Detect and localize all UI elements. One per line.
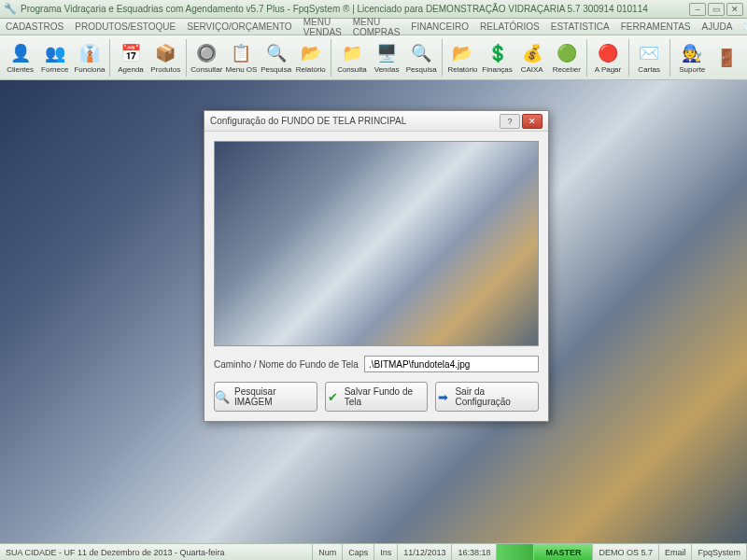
dialog-title-text: Configuração do FUNDO DE TELA PRINCIPAL (210, 116, 406, 126)
produtos-icon: 📦 (153, 41, 177, 65)
toolbar-label: Pesquisa (406, 65, 437, 74)
status-time: 16:38:18 (452, 544, 497, 560)
status-fpq[interactable]: FpqSystem (692, 544, 747, 560)
exit-config-button[interactable]: ➡ Sair da Configuração (435, 382, 539, 412)
pesquisa-icon: 🔍 (409, 41, 433, 65)
menu-produtos[interactable]: PRODUTOS/ESTOQUE (75, 21, 176, 32)
relatório-icon: 📂 (299, 41, 323, 65)
search-image-button[interactable]: 🔍 Pesquisar IMAGEM (214, 382, 317, 412)
arrow-right-icon: ➡ (436, 389, 450, 404)
app-icon: 🔧 (4, 3, 17, 16)
menu-ferramentas[interactable]: FERRAMENTAS (621, 21, 691, 32)
toolbar-label: Funciona (74, 65, 105, 74)
menubar: CADASTROS PRODUTOS/ESTOQUE SERVIÇO/ORÇAM… (0, 19, 747, 35)
menu-compras[interactable]: MENU COMPRAS (353, 17, 401, 37)
toolbar-funciona[interactable]: 👔Funciona (73, 37, 106, 78)
save-wallpaper-button[interactable]: ✔ Salvar Fundo de Tela (325, 382, 429, 412)
a pagar-icon: 🔴 (596, 41, 620, 65)
status-num: Num (313, 544, 343, 560)
toolbar-vendas[interactable]: 🖥️Vendas (371, 37, 403, 78)
menu os-icon: 📋 (229, 41, 253, 65)
toolbar-pesquisa[interactable]: 🔍Pesquisa (260, 37, 292, 78)
toolbar-receber[interactable]: 🟢Receber (550, 37, 583, 78)
pesquisa-icon: 🔍 (264, 41, 289, 65)
status-demo: DEMO OS 5.7 (593, 544, 659, 560)
agenda-icon: 📅 (119, 41, 143, 65)
toolbar-consulta[interactable]: 📁Consulta (335, 37, 368, 78)
receber-icon: 🟢 (555, 41, 579, 65)
maximize-button[interactable]: ▭ (708, 3, 725, 16)
funciona-icon: 👔 (78, 41, 102, 65)
toolbar-pesquisa[interactable]: 🔍Pesquisa (405, 37, 438, 78)
path-row: Caminho / Nome do Fundo de Tela (214, 356, 539, 372)
toolbar-exit[interactable]: 🚪 (711, 37, 743, 78)
consulta-icon: 📁 (340, 41, 364, 65)
wallpaper-preview (214, 141, 539, 346)
toolbar-a pagar[interactable]: 🔴A Pagar (591, 37, 624, 78)
status-email[interactable]: Email (659, 544, 693, 560)
toolbar-caixa[interactable]: 💰CAIXA (515, 37, 548, 78)
toolbar-label: Menu OS (226, 65, 258, 74)
dialog-close-button[interactable]: ✕ (522, 114, 543, 129)
menu-estatistica[interactable]: ESTATISTICA (551, 21, 610, 32)
menu-email[interactable]: ✉️E-MAIL (743, 17, 747, 37)
statusbar: SUA CIDADE - UF 11 de Dezembro de 2013 -… (0, 543, 747, 560)
menu-financeiro[interactable]: FINANCEIRO (411, 21, 469, 32)
toolbar-label: Consultar (190, 65, 222, 74)
toolbar-label: A Pagar (595, 65, 621, 74)
toolbar-label: Finanças (482, 65, 512, 74)
minimize-button[interactable]: – (689, 3, 706, 16)
status-date: 11/12/2013 (398, 544, 452, 560)
toolbar-suporte[interactable]: 🧑‍🔧Suporte (676, 37, 709, 78)
toolbar-label: CAIXA (521, 65, 543, 74)
search-icon: 🔍 (215, 389, 230, 404)
toolbar-produtos[interactable]: 📦Produtos (149, 37, 182, 78)
caixa-icon: 💰 (520, 41, 544, 65)
toolbar-relatório[interactable]: 📂Relatório (446, 37, 479, 78)
toolbar-label: Receber (553, 65, 581, 74)
toolbar-label: Suporte (679, 65, 705, 74)
menu-ajuda[interactable]: AJUDA (702, 21, 733, 32)
toolbar: 👤Clientes👥Fornece👔Funciona📅Agenda📦Produt… (0, 35, 747, 80)
menu-vendas[interactable]: MENU VENDAS (303, 17, 342, 37)
status-master: MASTER (534, 544, 593, 560)
config-dialog: Configuração do FUNDO DE TELA PRINCIPAL … (204, 110, 549, 422)
toolbar-fornece[interactable]: 👥Fornece (38, 37, 71, 78)
window-title: Programa Vidraçaria e Esquadrias com Age… (21, 4, 648, 14)
status-ins: Ins (374, 544, 398, 560)
toolbar-menu os[interactable]: 📋Menu OS (225, 37, 258, 78)
toolbar-agenda[interactable]: 📅Agenda (114, 37, 147, 78)
path-input[interactable] (364, 356, 539, 372)
dialog-button-row: 🔍 Pesquisar IMAGEM ✔ Salvar Fundo de Tel… (214, 382, 539, 412)
cartas-icon: ✉️ (637, 41, 661, 65)
close-button[interactable]: ✕ (726, 3, 743, 16)
fornece-icon: 👥 (43, 41, 67, 65)
email-icon: ✉️ (743, 21, 747, 32)
toolbar-label: Vendas (374, 65, 400, 74)
toolbar-label: Fornece (41, 65, 68, 74)
dialog-help-button[interactable]: ? (500, 114, 520, 129)
suporte-icon: 🧑‍🔧 (680, 41, 704, 65)
toolbar-finanças[interactable]: 💲Finanças (481, 37, 514, 78)
toolbar-label: Agenda (118, 65, 144, 74)
status-caps: Caps (343, 544, 374, 560)
status-city: SUA CIDADE - UF 11 de Dezembro de 2013 -… (0, 544, 313, 560)
menu-relatorios[interactable]: RELATÓRIOS (480, 21, 540, 32)
toolbar-label: Consulta (337, 65, 367, 74)
toolbar-clientes[interactable]: 👤Clientes (4, 37, 36, 78)
menu-cadastros[interactable]: CADASTROS (6, 21, 63, 32)
toolbar-label: Produtos (150, 65, 180, 74)
toolbar-label: Clientes (7, 65, 34, 74)
toolbar-label: Relatório (447, 65, 477, 74)
toolbar-relatório[interactable]: 📂Relatório (294, 37, 327, 78)
check-icon: ✔ (326, 389, 340, 404)
consultar-icon: 🔘 (194, 41, 218, 65)
dialog-titlebar: Configuração do FUNDO DE TELA PRINCIPAL … (204, 111, 548, 132)
toolbar-consultar[interactable]: 🔘Consultar (190, 37, 223, 78)
menu-servico[interactable]: SERVIÇO/ORÇAMENTO (187, 21, 291, 32)
vendas-icon: 🖥️ (374, 41, 399, 65)
toolbar-cartas[interactable]: ✉️Cartas (633, 37, 666, 78)
toolbar-label: Relatório (296, 65, 326, 74)
toolbar-label: Pesquisa (261, 65, 291, 74)
toolbar-label: Cartas (638, 65, 660, 74)
